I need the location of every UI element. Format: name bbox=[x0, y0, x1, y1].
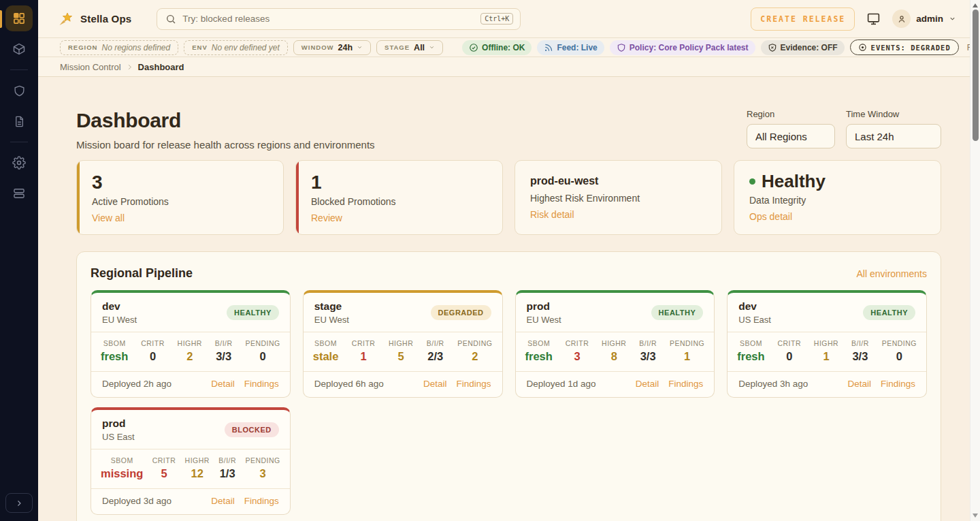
page-content: Dashboard Mission board for release heal… bbox=[38, 77, 980, 521]
findings-link[interactable]: Findings bbox=[456, 379, 491, 389]
section-title: Regional Pipeline bbox=[91, 266, 193, 281]
sidebar-item-infrastructure[interactable] bbox=[5, 180, 33, 206]
create-release-button[interactable]: CREATE RELEASE bbox=[751, 7, 855, 31]
chevron-down-icon bbox=[429, 44, 435, 50]
stat-value: 2 bbox=[178, 350, 202, 363]
search-input[interactable] bbox=[182, 14, 474, 24]
env-card-dev-us-east[interactable]: dev US East HEALTHY SBOMfresh CRITR0 HIG… bbox=[727, 290, 927, 398]
sidebar-expand-button[interactable] bbox=[5, 493, 33, 513]
scrollbar-thumb[interactable] bbox=[973, 10, 979, 141]
scroll-up-arrow-icon[interactable] bbox=[973, 3, 978, 7]
stat-value: fresh bbox=[737, 350, 764, 363]
detail-link[interactable]: Detail bbox=[423, 379, 447, 389]
stat-value: 1 bbox=[352, 350, 376, 363]
findings-link[interactable]: Findings bbox=[668, 379, 703, 389]
stat-label: PENDING bbox=[670, 339, 704, 347]
stat-label: CRITR bbox=[141, 339, 165, 347]
env-name: dev bbox=[102, 300, 137, 313]
region-select-label: Region bbox=[747, 109, 835, 119]
stat-value: 1 bbox=[670, 350, 704, 363]
stat-value: 0 bbox=[141, 350, 165, 363]
status-badge: HEALTHY bbox=[863, 305, 915, 320]
stat-label: HIGHR bbox=[185, 456, 210, 464]
view-all-link[interactable]: View all bbox=[92, 212, 125, 223]
global-search[interactable]: Ctrl+K bbox=[157, 8, 521, 30]
display-monitor-icon[interactable] bbox=[866, 12, 881, 26]
env-region: US East bbox=[738, 315, 771, 325]
env-card-stage-eu-west[interactable]: stage EU West DEGRADED SBOMstale CRITR1 … bbox=[303, 290, 503, 398]
scrollbar-track[interactable] bbox=[970, 0, 980, 521]
main-area: Stella Ops Ctrl+K CREATE RELEASE bbox=[38, 0, 980, 521]
sidebar-item-security[interactable] bbox=[5, 78, 33, 104]
sidebar-divider bbox=[10, 142, 28, 142]
server-stack-icon bbox=[12, 187, 26, 200]
stage-filter-dropdown[interactable]: STAGE All bbox=[376, 40, 443, 55]
env-filter-value: No env defined yet bbox=[212, 43, 280, 52]
region-select-value: All Regions bbox=[755, 131, 807, 142]
sidebar bbox=[0, 0, 38, 521]
regional-pipeline-section: Regional Pipeline All environments dev E… bbox=[76, 251, 941, 521]
region-filter-chip[interactable]: REGION No regions defined bbox=[60, 40, 178, 55]
review-link[interactable]: Review bbox=[311, 212, 342, 223]
feed-status-pill[interactable]: Feed: Live bbox=[537, 40, 604, 55]
blocked-promotions-value: 1 bbox=[311, 172, 489, 192]
stat-cards: 3 Active Promotions View all 1 Blocked P… bbox=[76, 160, 941, 235]
detail-link[interactable]: Detail bbox=[211, 496, 235, 506]
topbar-actions: CREATE RELEASE admin bbox=[751, 7, 956, 31]
status-badge: DEGRADED bbox=[431, 305, 491, 320]
detail-link[interactable]: Detail bbox=[211, 379, 235, 389]
dot-circle-icon bbox=[858, 43, 867, 52]
sidebar-item-documents[interactable] bbox=[5, 108, 33, 134]
chevron-right-icon bbox=[15, 499, 23, 507]
stat-label: PENDING bbox=[457, 339, 492, 347]
policy-status-pill[interactable]: Policy: Core Policy Pack latest bbox=[610, 40, 755, 55]
stat-value: fresh bbox=[525, 350, 553, 363]
status-badge: HEALTHY bbox=[651, 305, 704, 320]
env-region: EU West bbox=[527, 315, 561, 325]
sidebar-item-settings[interactable] bbox=[5, 150, 33, 176]
document-icon bbox=[13, 115, 26, 128]
chevron-right-icon bbox=[126, 63, 133, 71]
detail-link[interactable]: Detail bbox=[847, 379, 871, 389]
env-card-dev-eu-west[interactable]: dev EU West HEALTHY SBOMfresh CRITR0 HIG… bbox=[91, 290, 291, 398]
active-promotions-card: 3 Active Promotions View all bbox=[76, 160, 284, 235]
shield-icon bbox=[617, 43, 626, 52]
user-menu[interactable]: admin bbox=[892, 10, 956, 28]
region-select[interactable]: All Regions bbox=[747, 124, 835, 148]
stat-label: SBOM bbox=[101, 456, 143, 464]
highest-risk-value: prod-eu-west bbox=[530, 175, 708, 187]
env-card-prod-us-east[interactable]: prod US East BLOCKED SBOMmissing CRITR5 … bbox=[91, 407, 291, 515]
window-filter-dropdown[interactable]: WINDOW 24h bbox=[293, 40, 371, 55]
stat-value: 3/3 bbox=[851, 350, 869, 363]
env-card-prod-eu-west[interactable]: prod EU West HEALTHY SBOMfresh CRITR3 HI… bbox=[515, 290, 715, 398]
findings-link[interactable]: Findings bbox=[244, 379, 279, 389]
active-promotions-label: Active Promotions bbox=[92, 196, 270, 207]
active-nav-indicator bbox=[0, 10, 2, 28]
blocked-promotions-label: Blocked Promotions bbox=[311, 196, 489, 207]
findings-link[interactable]: Findings bbox=[881, 379, 915, 389]
env-region: EU West bbox=[314, 315, 349, 325]
env-filter-chip[interactable]: ENV No env defined yet bbox=[184, 40, 288, 55]
app-logo[interactable]: Stella Ops bbox=[58, 11, 131, 27]
time-window-select[interactable]: Last 24h bbox=[846, 124, 941, 148]
stat-label: B/I/R bbox=[218, 456, 236, 464]
stat-label: B/I/R bbox=[851, 339, 869, 347]
sidebar-item-dashboard[interactable] bbox=[5, 5, 33, 31]
scroll-down-arrow-icon[interactable] bbox=[973, 514, 978, 518]
all-environments-link[interactable]: All environments bbox=[857, 268, 928, 279]
risk-detail-link[interactable]: Risk detail bbox=[530, 209, 574, 220]
stat-value: fresh bbox=[101, 350, 128, 363]
stat-value: 3/3 bbox=[639, 350, 657, 363]
findings-link[interactable]: Findings bbox=[244, 496, 279, 506]
offline-status-pill[interactable]: Offline: OK bbox=[462, 40, 532, 55]
ops-detail-link[interactable]: Ops detail bbox=[749, 211, 792, 222]
events-status-pill[interactable]: EVENTS: DEGRADED bbox=[850, 40, 959, 55]
detail-link[interactable]: Detail bbox=[636, 379, 659, 389]
chevron-down-icon bbox=[357, 44, 363, 50]
breadcrumb-parent[interactable]: Mission Control bbox=[60, 62, 121, 72]
stat-label: SBOM bbox=[313, 339, 339, 347]
sidebar-item-releases[interactable] bbox=[5, 36, 33, 62]
stat-label: CRITR bbox=[152, 456, 176, 464]
stat-value: 2 bbox=[457, 350, 492, 363]
evidence-status-pill[interactable]: Evidence: OFF bbox=[761, 40, 845, 55]
